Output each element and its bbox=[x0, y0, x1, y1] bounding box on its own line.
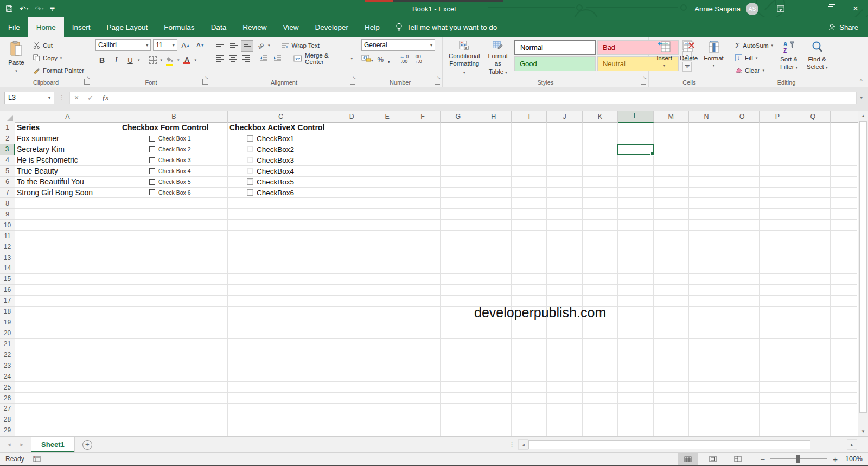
cell-E24[interactable] bbox=[369, 371, 405, 382]
cell-A17[interactable] bbox=[15, 296, 120, 307]
cell-I22[interactable] bbox=[512, 349, 547, 360]
cell-M9[interactable] bbox=[654, 209, 689, 220]
tab-file[interactable]: File bbox=[0, 17, 28, 37]
cell-I20[interactable] bbox=[512, 328, 547, 339]
clear-button[interactable]: Clear▾ bbox=[733, 64, 775, 76]
cell-O6[interactable] bbox=[724, 177, 760, 188]
cell-O18[interactable] bbox=[724, 307, 760, 317]
name-box[interactable]: L3▾ bbox=[4, 92, 54, 104]
vertical-scrollbar[interactable]: ▴ ▾ bbox=[858, 111, 868, 436]
cell-J7[interactable] bbox=[547, 188, 582, 199]
cell-Q28[interactable] bbox=[795, 414, 831, 425]
cell-D19[interactable] bbox=[334, 317, 369, 328]
cell-D26[interactable] bbox=[334, 393, 369, 404]
cell-N18[interactable] bbox=[689, 307, 724, 317]
borders-dropdown[interactable]: ▾ bbox=[161, 58, 163, 62]
cell-H9[interactable] bbox=[476, 209, 512, 220]
cell-P28[interactable] bbox=[760, 414, 795, 425]
cell-P6[interactable] bbox=[760, 177, 795, 188]
cell-E4[interactable] bbox=[369, 155, 405, 166]
ribbon-display-options-button[interactable] bbox=[768, 0, 793, 17]
cell-G21[interactable] bbox=[441, 339, 476, 349]
cell-D24[interactable] bbox=[334, 371, 369, 382]
cell-D17[interactable] bbox=[334, 296, 369, 307]
cell-Q2[interactable] bbox=[795, 133, 831, 144]
cell-B17[interactable] bbox=[120, 296, 228, 307]
cell-G28[interactable] bbox=[441, 414, 476, 425]
cell-partial-26[interactable] bbox=[831, 393, 857, 404]
cell-C16[interactable] bbox=[228, 285, 334, 296]
row-header-9[interactable]: 9 bbox=[0, 209, 15, 220]
cell-G14[interactable] bbox=[441, 263, 476, 274]
cell-P27[interactable] bbox=[760, 404, 795, 414]
zoom-percentage[interactable]: 100% bbox=[838, 455, 863, 463]
cell-A8[interactable] bbox=[15, 198, 120, 209]
cell-partial-13[interactable] bbox=[831, 252, 857, 263]
insert-function-button[interactable]: ƒx bbox=[102, 93, 108, 102]
cell-K8[interactable] bbox=[583, 198, 618, 209]
cell-A9[interactable] bbox=[15, 209, 120, 220]
cell-G4[interactable] bbox=[441, 155, 476, 166]
cell-O24[interactable] bbox=[724, 371, 760, 382]
cell-P4[interactable] bbox=[760, 155, 795, 166]
cell-B8[interactable] bbox=[120, 198, 228, 209]
cell-N19[interactable] bbox=[689, 317, 724, 328]
cell-K15[interactable] bbox=[583, 274, 618, 285]
cell-Q8[interactable] bbox=[795, 198, 831, 209]
cell-O8[interactable] bbox=[724, 198, 760, 209]
cell-B7[interactable]: Check Box 6 bbox=[120, 188, 228, 199]
column-header-p[interactable]: P bbox=[760, 111, 795, 123]
cell-O25[interactable] bbox=[724, 382, 760, 393]
tell-me-box[interactable]: Tell me what you want to do bbox=[395, 17, 497, 37]
zoom-in-button[interactable]: + bbox=[833, 455, 838, 464]
form-checkbox-2[interactable]: Check Box 2 bbox=[149, 146, 191, 152]
row-header-18[interactable]: 18 bbox=[0, 307, 15, 317]
cell-O27[interactable] bbox=[724, 404, 760, 414]
cell-P29[interactable] bbox=[760, 425, 795, 436]
cell-H2[interactable] bbox=[476, 133, 512, 144]
cell-A27[interactable] bbox=[15, 404, 120, 414]
cell-O17[interactable] bbox=[724, 296, 760, 307]
cell-O12[interactable] bbox=[724, 241, 760, 252]
cell-A3[interactable]: Secretary Kim bbox=[15, 144, 120, 155]
cell-P10[interactable] bbox=[760, 220, 795, 231]
cell-P7[interactable] bbox=[760, 188, 795, 199]
cell-D5[interactable] bbox=[334, 166, 369, 177]
cell-I29[interactable] bbox=[512, 425, 547, 436]
cell-M28[interactable] bbox=[654, 414, 689, 425]
cell-A13[interactable] bbox=[15, 252, 120, 263]
row-header-1[interactable]: 1 bbox=[0, 123, 15, 133]
cell-B20[interactable] bbox=[120, 328, 228, 339]
cell-I11[interactable] bbox=[512, 231, 547, 241]
cell-B24[interactable] bbox=[120, 371, 228, 382]
cell-D22[interactable] bbox=[334, 349, 369, 360]
cell-partial-1[interactable] bbox=[831, 123, 857, 133]
cell-J24[interactable] bbox=[547, 371, 582, 382]
cell-K21[interactable] bbox=[583, 339, 618, 349]
decrease-indent-button[interactable] bbox=[258, 53, 271, 65]
cell-M22[interactable] bbox=[654, 349, 689, 360]
row-header-3[interactable]: 3 bbox=[0, 144, 15, 155]
cell-B19[interactable] bbox=[120, 317, 228, 328]
tab-splitter-handle[interactable]: ⋮ bbox=[509, 441, 515, 448]
cell-D4[interactable] bbox=[334, 155, 369, 166]
cell-I26[interactable] bbox=[512, 393, 547, 404]
cell-M21[interactable] bbox=[654, 339, 689, 349]
cell-L23[interactable] bbox=[618, 360, 653, 371]
cell-J12[interactable] bbox=[547, 241, 582, 252]
cell-L11[interactable] bbox=[618, 231, 653, 241]
activex-checkbox-1[interactable]: CheckBox1 bbox=[246, 133, 303, 144]
cell-K10[interactable] bbox=[583, 220, 618, 231]
cell-M26[interactable] bbox=[654, 393, 689, 404]
column-header-h[interactable]: H bbox=[476, 111, 512, 123]
row-header-29[interactable]: 29 bbox=[0, 425, 15, 436]
cell-C4[interactable]: CheckBox3 bbox=[228, 155, 334, 166]
cell-C13[interactable] bbox=[228, 252, 334, 263]
cell-partial-21[interactable] bbox=[831, 339, 857, 349]
cell-O10[interactable] bbox=[724, 220, 760, 231]
cell-M2[interactable] bbox=[654, 133, 689, 144]
cell-L6[interactable] bbox=[618, 177, 653, 188]
cell-G18[interactable] bbox=[441, 307, 476, 317]
cell-O9[interactable] bbox=[724, 209, 760, 220]
cell-B3[interactable]: Check Box 2 bbox=[120, 144, 228, 155]
